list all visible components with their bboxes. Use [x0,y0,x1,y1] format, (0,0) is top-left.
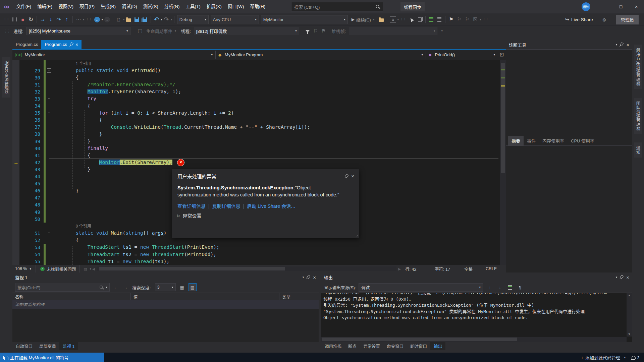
breakpoint-margin[interactable] [12,194,19,201]
search-depth-dropdown[interactable]: 3▾ [155,283,176,291]
exception-link-2[interactable]: 启动 Live Share 会话… [247,203,296,209]
breakpoint-margin[interactable] [12,180,19,187]
type-dropdown[interactable]: ◆ MyMonitor.Program▾ [216,51,426,59]
close-tab-icon[interactable]: × [75,42,78,47]
uncomment-lines-icon[interactable] [435,15,443,23]
breakpoint-margin[interactable] [12,173,19,180]
output-tab-4[interactable]: 即时窗口 [407,342,430,350]
breakpoint-margin[interactable] [12,244,19,251]
breakpoint-margin[interactable] [12,88,19,95]
cursor-select-icon[interactable] [408,15,416,23]
editor-horizontal-scrollbar[interactable] [97,266,397,271]
pin-tab-icon[interactable] [70,42,73,47]
output-tab-0[interactable]: 调用堆栈 [321,342,345,350]
menu-item-3[interactable]: 项目(P) [76,0,98,13]
close-icon[interactable]: × [626,275,629,280]
menu-item-0[interactable]: 文件(F) [13,0,34,13]
step-over-icon[interactable]: ↷ [55,15,63,23]
breakpoint-margin[interactable] [12,110,19,117]
menu-item-7[interactable]: 分析(N) [161,0,183,13]
health-status[interactable]: 未找到相关问题 [47,266,76,272]
code-line-38[interactable]: 38 } [12,131,506,138]
indent-mode[interactable]: 空格 [461,266,482,272]
breakpoint-margin[interactable] [12,95,19,102]
document-tab-inactive[interactable]: Program.cs [12,40,41,49]
output-tab-5[interactable]: 输出 [430,342,445,350]
watch-tab-1[interactable]: 局部变量 [36,342,59,350]
find-in-files-icon[interactable] [377,15,385,23]
breakpoint-margin[interactable]: → [12,159,19,166]
quick-search-box[interactable]: 搜索 (Ctrl+Q) [291,2,383,11]
breakpoint-margin[interactable] [12,124,19,131]
pin-icon[interactable] [621,43,623,47]
thread-dropdown[interactable]: [8812] 打印偶数▾ [194,27,299,35]
codelens-references[interactable]: 0 个引用 [52,224,91,229]
breakpoint-margin[interactable] [12,237,19,244]
code-line-34[interactable]: 34 { [12,103,506,110]
restore-button[interactable]: □ [613,0,629,13]
codelens-references[interactable]: 1 个引用 [52,61,91,66]
exception-settings-expander[interactable]: ▷ 异常设置 [177,212,354,219]
document-tab-active[interactable]: Program.cs × [41,40,82,49]
watch-tab-0[interactable]: 自动窗口 [12,342,36,350]
server-explorer-vertical-tab[interactable]: 服务器资源管理器 [2,57,10,98]
menu-item-5[interactable]: 调试(D) [119,0,140,13]
diagnostics-tab-2[interactable]: 内存使用率 [539,136,568,145]
close-button[interactable]: × [629,0,644,13]
breakpoint-margin[interactable] [12,216,19,223]
breakpoint-margin[interactable] [12,258,19,265]
watch-tab-2[interactable]: 监视 1 [59,342,78,350]
watch-column-2[interactable]: 类型 [279,293,319,300]
output-horizontal-scrollbar[interactable] [321,337,627,342]
breakpoint-margin[interactable] [12,131,19,138]
code-line-54[interactable]: 54 ThreadStart ts2 = new ThreadStart(Pri… [12,251,506,258]
split-editor-icon[interactable]: ⊡ [498,51,506,59]
exception-link-0[interactable]: 查看详细信息 [177,203,206,209]
code-line-42[interactable]: →42 Monitor.Exit(ShareArray);× [12,159,506,166]
save-all-icon[interactable] [141,15,149,23]
code-line-39[interactable]: 39 } [12,138,506,145]
pin-icon[interactable] [621,275,623,279]
project-dropdown[interactable]: C# MyMonitor▾ [12,51,216,59]
menu-item-4[interactable]: 生成(B) [98,0,119,13]
breakpoint-margin[interactable] [12,67,19,74]
clear-all-icon[interactable] [506,284,514,291]
exception-link-1[interactable]: 复制详细信息 [212,203,240,209]
code-line-32[interactable]: 32 Monitor.TryEnter(ShareArray, 1); [12,88,506,95]
startup-projects-dropdown[interactable]: MyMonitor▾ [261,15,348,24]
code-line-55[interactable]: 55 Thread t1 = new Thread(ts1); [12,258,506,265]
code-line-37[interactable]: 37 Console.WriteLine(Thread.CurrentThrea… [12,124,506,131]
output-tab-3[interactable]: 命令窗口 [383,342,407,350]
breakpoint-margin[interactable] [12,145,19,152]
open-file-icon[interactable] [125,15,133,23]
output-tab-2[interactable]: 异常设置 [360,342,383,350]
process-dropdown[interactable]: [8256] MyMonitor.exe▾ [26,27,130,35]
solution-configurations-dropdown[interactable]: Debug▾ [177,15,209,24]
breakpoint-margin[interactable] [12,201,19,208]
comment-lines-icon[interactable] [427,15,435,23]
code-editor[interactable]: 1 个引用29− public static void PrintOdd()30… [12,60,506,265]
breakpoint-margin[interactable] [12,74,19,81]
watch-add-row[interactable]: 添加要监视的项 [12,300,319,309]
menu-item-2[interactable]: 视图(V) [55,0,76,13]
notifications-bell-icon[interactable] [632,356,636,359]
collapse-icon[interactable]: − [47,97,51,101]
breakpoint-margin[interactable] [12,103,19,110]
filter-threads-icon[interactable] [304,27,312,35]
code-lens-line[interactable]: 1 个引用 [12,60,506,67]
output-source-dropdown[interactable]: 调试▾ [359,283,483,292]
diagnostics-tab-1[interactable]: 事件 [524,136,539,145]
minimize-button[interactable]: ─ [598,0,613,13]
resize-grip[interactable] [356,235,358,237]
code-line-40[interactable]: 40 finally [12,145,506,152]
copy-structure-icon[interactable] [416,15,424,23]
collapse-icon[interactable]: − [47,68,51,73]
scroll-left-icon[interactable]: ◀ [91,267,96,271]
watch-columns-icon[interactable]: ▦ [178,284,186,291]
avatar[interactable]: 煜钟 [582,2,590,11]
code-health-icon[interactable]: ▤ [82,265,90,273]
step-into-icon[interactable]: ↓ [47,15,55,23]
restart-icon[interactable]: ↻ [27,15,35,23]
live-share-button[interactable]: ↪ Live Share [565,16,593,22]
breakpoint-margin[interactable] [12,81,19,88]
